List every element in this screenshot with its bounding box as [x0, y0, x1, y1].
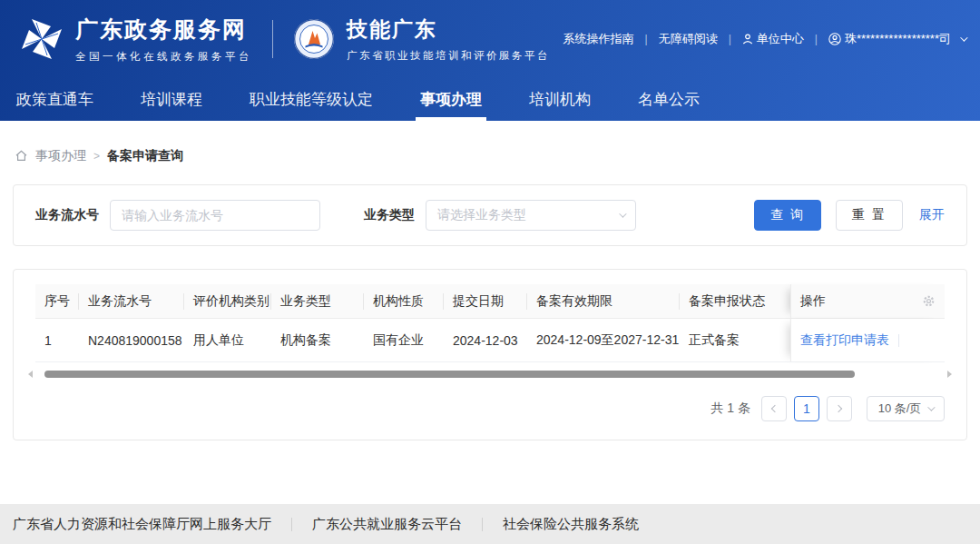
col-header-submit-date: 提交日期: [444, 293, 527, 310]
home-icon[interactable]: [15, 149, 28, 163]
cell-serial: N240819000158: [79, 333, 184, 348]
skills-gd-subtitle: 广东省职业技能培训和评价服务平台: [347, 49, 550, 63]
header-utility-links: 系统操作指南 | 无障碍阅读 | 单位中心 |: [564, 31, 965, 47]
cell-validity: 2024-12-09至2027-12-31: [527, 332, 680, 349]
next-page-button[interactable]: [827, 396, 852, 421]
biz-type-placeholder: 请选择业务类型: [437, 207, 526, 223]
scrollbar-thumb[interactable]: [44, 371, 855, 378]
cell-submit-date: 2024-12-03: [444, 333, 527, 348]
person-icon: [742, 34, 753, 45]
total-count: 共 1 条: [710, 401, 750, 417]
footer-link-social-insurance[interactable]: 社会保险公共服务系统: [483, 516, 659, 533]
col-header-org-category: 评价机构类别: [184, 293, 271, 310]
biz-type-label: 业务类型: [364, 207, 415, 223]
scroll-right-arrow-icon[interactable]: [947, 371, 952, 378]
link-divider: |: [645, 33, 648, 45]
page: 广东政务服务网 全国一体化在线政务服务平台 技能广东: [0, 0, 980, 544]
nav-item-skill-certification[interactable]: 职业技能等级认定: [250, 78, 373, 121]
col-header-org-nature: 机构性质: [364, 293, 444, 310]
cell-biz-type: 机构备案: [271, 332, 364, 349]
unit-center-link[interactable]: 单位中心: [742, 31, 804, 47]
skills-gd-brand[interactable]: 技能广东 广东省职业技能培训和评价服务平台: [293, 15, 550, 63]
gov-site-subtitle: 全国一体化在线政务服务平台: [75, 50, 252, 64]
chevron-down-icon: [619, 210, 626, 217]
serial-no-label: 业务流水号: [35, 207, 99, 223]
cell-seq: 1: [35, 333, 79, 348]
nav-item-public-list[interactable]: 名单公示: [638, 78, 700, 121]
pagination: 共 1 条 1 10 条/页: [35, 396, 945, 421]
results-table: 序号 业务流水号 评价机构类别 业务类型 机构性质 提交日期 备案有效期限 备案…: [35, 284, 945, 362]
reset-button[interactable]: 重 置: [836, 200, 903, 231]
nav-item-courses[interactable]: 培训课程: [141, 78, 202, 121]
breadcrumb: 事项办理 > 备案申请查询: [15, 148, 980, 164]
view-print-application-link[interactable]: 查看打印申请表: [800, 332, 889, 349]
page-size-select[interactable]: 10 条/页: [867, 396, 945, 421]
link-divider: |: [815, 33, 818, 45]
breadcrumb-current: 备案申请查询: [107, 148, 183, 164]
table-header-row: 序号 业务流水号 评价机构类别 业务类型 机构性质 提交日期 备案有效期限 备案…: [35, 284, 945, 319]
chevron-down-icon: [960, 34, 967, 41]
col-header-biz-type: 业务类型: [271, 293, 364, 310]
col-header-actions: 操作: [790, 284, 945, 318]
col-header-seq: 序号: [35, 293, 79, 310]
skills-gd-title: 技能广东: [347, 15, 550, 44]
page-footer: 广东省人力资源和社会保障厅网上服务大厅 广东公共就业服务云平台 社会保险公共服务…: [0, 504, 980, 544]
search-filter-panel: 业务流水号 业务类型 请选择业务类型 查 询 重 置 展开: [13, 184, 967, 246]
results-table-panel: 序号 业务流水号 评价机构类别 业务类型 机构性质 提交日期 备案有效期限 备案…: [13, 269, 967, 440]
user-avatar-icon: [828, 33, 841, 45]
col-header-serial: 业务流水号: [79, 293, 184, 310]
chevron-right-icon: [835, 405, 842, 412]
main-navigation: 政策直通车 培训课程 职业技能等级认定 事项办理 培训机构 名单公示: [0, 78, 980, 121]
footer-link-hr-hall[interactable]: 广东省人力资源和社会保障厅网上服务大厅: [13, 516, 291, 533]
breadcrumb-separator: >: [93, 150, 100, 163]
col-header-validity: 备案有效期限: [527, 293, 680, 310]
site-header: 广东政务服务网 全国一体化在线政务服务平台 技能广东: [0, 0, 980, 78]
nav-item-matters[interactable]: 事项办理: [420, 78, 482, 121]
user-account-menu[interactable]: 珠******************司: [828, 31, 965, 47]
chevron-left-icon: [771, 405, 779, 412]
link-divider: |: [729, 33, 731, 45]
horizontal-scrollbar: [24, 371, 956, 378]
query-button[interactable]: 查 询: [754, 200, 821, 231]
chevron-down-icon: [928, 403, 936, 410]
nav-item-training-orgs[interactable]: 培训机构: [529, 78, 591, 121]
cell-org-category: 用人单位: [184, 332, 271, 349]
scroll-left-arrow-icon[interactable]: [28, 371, 33, 378]
page-number-button[interactable]: 1: [794, 396, 819, 421]
nav-item-policy[interactable]: 政策直通车: [16, 78, 93, 121]
brand-divider: [272, 20, 273, 58]
footer-link-employment-cloud[interactable]: 广东公共就业服务云平台: [292, 516, 482, 533]
gear-icon[interactable]: [922, 294, 936, 308]
col-header-status: 备案申报状态: [680, 293, 790, 310]
user-name: 珠******************司: [845, 31, 951, 47]
cell-org-nature: 国有企业: [364, 332, 444, 349]
cell-actions: 查看打印申请表: [790, 319, 945, 361]
gov-site-title: 广东政务服务网: [75, 15, 252, 45]
table-row: 1 N240819000158 用人单位 机构备案 国有企业 2024-12-0…: [35, 319, 945, 362]
system-guide-link[interactable]: 系统操作指南: [564, 31, 634, 47]
skills-gd-badge-icon: [293, 18, 335, 60]
accessibility-link[interactable]: 无障碍阅读: [659, 31, 718, 47]
expand-link[interactable]: 展开: [919, 207, 945, 223]
gdzw-pinwheel-logo-icon: [20, 17, 64, 61]
prev-page-button[interactable]: [761, 396, 787, 421]
gov-brand[interactable]: 广东政务服务网 全国一体化在线政务服务平台: [20, 15, 252, 64]
serial-no-input[interactable]: [110, 200, 320, 231]
cell-status: 正式备案: [680, 332, 790, 349]
top-blue-band: 广东政务服务网 全国一体化在线政务服务平台 技能广东: [0, 0, 980, 121]
biz-type-select[interactable]: 请选择业务类型: [426, 200, 636, 231]
action-divider: [898, 334, 899, 347]
breadcrumb-parent[interactable]: 事项办理: [35, 148, 86, 164]
